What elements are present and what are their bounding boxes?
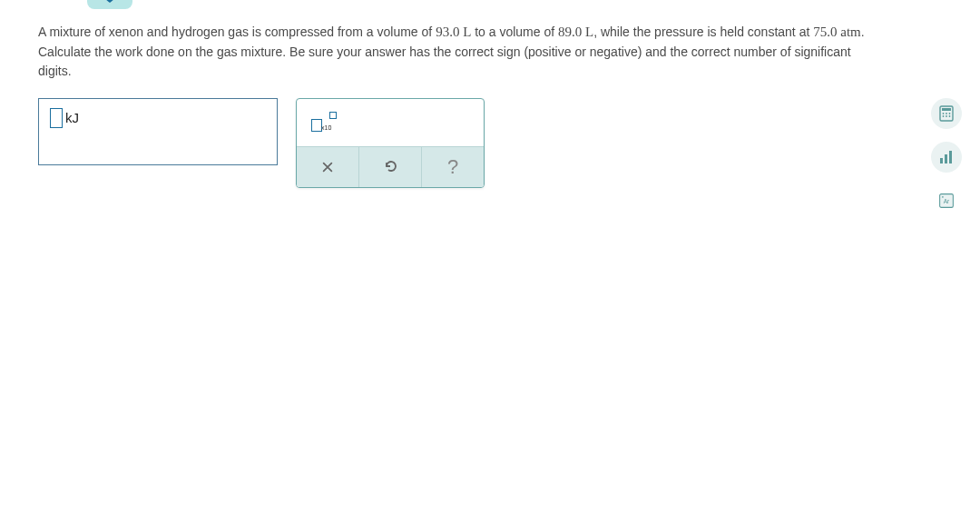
svg-point-13 (942, 196, 944, 198)
q-mid2: , while the pressure is held constant at (593, 25, 813, 39)
expand-badge[interactable] (87, 0, 132, 9)
svg-point-6 (946, 115, 947, 117)
svg-text:Ar: Ar (944, 198, 950, 204)
svg-rect-9 (945, 154, 947, 163)
bar-chart-icon (938, 149, 955, 165)
calculator-button[interactable] (931, 98, 962, 129)
q-vol2: 89.0 L (558, 25, 593, 39)
question-text: A mixture of xenon and hydrogen gas is c… (38, 22, 882, 81)
exponent-box-icon (329, 112, 337, 119)
answer-box[interactable]: kJ (38, 98, 278, 165)
x10-label: x10 (321, 124, 331, 131)
close-icon (321, 157, 334, 178)
side-tools: Ar (931, 98, 962, 216)
scientific-notation-button[interactable]: x10 (309, 112, 340, 135)
help-icon: ? (447, 155, 458, 179)
answer-input-placeholder[interactable] (50, 108, 63, 128)
periodic-table-button[interactable]: Ar (931, 185, 962, 216)
svg-rect-10 (949, 151, 952, 163)
svg-point-4 (949, 113, 951, 114)
svg-rect-8 (940, 158, 943, 163)
q-pressure: 75.0 atm (813, 25, 861, 39)
q-pre1: A mixture of xenon and hydrogen gas is c… (38, 25, 436, 39)
chart-button[interactable] (931, 142, 962, 173)
svg-point-7 (949, 115, 951, 117)
undo-icon (383, 157, 397, 178)
toolbox: x10 ? (296, 98, 485, 188)
q-vol1: 93.0 L (436, 25, 471, 39)
svg-point-3 (946, 113, 947, 114)
svg-point-2 (943, 113, 945, 114)
reset-button[interactable] (359, 147, 422, 187)
clear-button[interactable] (297, 147, 359, 187)
calculator-icon (938, 105, 955, 122)
q-mid1: to a volume of (471, 25, 558, 39)
svg-rect-1 (942, 108, 951, 111)
chevron-down-icon (102, 0, 118, 5)
answer-unit: kJ (65, 108, 79, 128)
help-button[interactable]: ? (422, 147, 484, 187)
svg-point-5 (943, 115, 945, 117)
periodic-table-icon: Ar (938, 193, 955, 209)
